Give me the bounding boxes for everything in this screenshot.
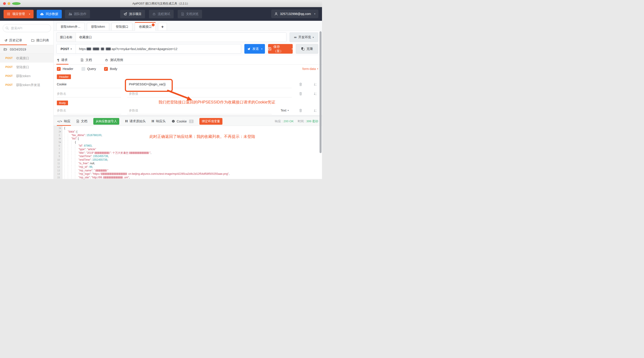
flow-test-button[interactable]: 流程测试 [149, 10, 174, 18]
tab-raw-request-headers[interactable]: H 请求原始头 [125, 117, 146, 126]
list-icon [7, 12, 10, 16]
import-from-response-button[interactable]: 从响应数据导入 [93, 118, 120, 125]
method-badge: POST [5, 74, 16, 78]
header-h-icon: H [152, 119, 154, 123]
fold-arrow-icon[interactable]: ▾ [60, 137, 62, 141]
fold-arrow-icon[interactable]: ▾ [60, 141, 62, 144]
tab-request[interactable]: ¶ 请求 [57, 56, 68, 64]
doc-tab-login-api[interactable]: 登陆接口 [112, 23, 132, 30]
tab-response-doc[interactable]: 文档 [76, 117, 88, 126]
tab-response[interactable]: </> 响应 [57, 117, 70, 126]
zoom-window-button[interactable] [12, 2, 20, 5]
row-actions: 19 [298, 109, 318, 112]
param-value-input[interactable] [127, 107, 272, 114]
vertical-scrollbar-thumb[interactable] [320, 31, 322, 153]
param-name-input[interactable] [57, 80, 121, 88]
body-format-dropdown[interactable]: form-data [302, 67, 318, 71]
toggle-query[interactable]: Query [82, 67, 96, 71]
save-button[interactable]: 保存（至） [268, 44, 293, 54]
team-collab-button[interactable]: 团队协作 [65, 10, 90, 18]
user-icon [274, 12, 278, 16]
sidebar-item-get-token[interactable]: POST 获取token [0, 71, 54, 80]
close-window-button[interactable] [3, 2, 6, 5]
trash-icon[interactable] [299, 92, 302, 95]
sidebar-item-login-api[interactable]: POST 登陆接口 [0, 63, 54, 71]
doc-tab-get-token-send[interactable]: 获取token并... [56, 23, 84, 30]
param-type-dropdown[interactable]: Text [278, 109, 292, 112]
doc-tab-favorite-api[interactable]: 收藏接口 [135, 22, 156, 31]
sort-order-icon[interactable]: 19 [314, 109, 317, 112]
code-line: 4▾"list": [ [54, 137, 322, 141]
document-icon [181, 12, 184, 16]
demo-project-button[interactable]: 演示项目 [120, 10, 145, 18]
redacted-block [101, 48, 104, 50]
tab-doc[interactable]: 文档 [80, 56, 92, 64]
save-icon [268, 47, 272, 50]
open-folder-icon [4, 48, 7, 51]
tab-cookie-label: Cookie [177, 120, 187, 123]
sidebar-item-label: 获取token [16, 74, 30, 78]
sort-order-icon[interactable]: 19 [314, 92, 317, 95]
redacted-block [95, 152, 110, 154]
redacted-block [96, 170, 107, 172]
minimize-window-button[interactable] [8, 2, 10, 5]
param-value-input[interactable] [127, 90, 292, 97]
unsaved-dot [152, 23, 154, 26]
url-input[interactable]: httpsapi?c=my&a=favList&fav_dtime=&pages… [76, 47, 180, 51]
main-panel: 获取token并... 获取token 登陆接口 收藏接口 + 接口名称 [54, 21, 322, 179]
toolbar-left-group: 项目管理 同步数据 团队协作 [4, 10, 90, 18]
sidebar-item-get-token-send[interactable]: POST 获取token并发送 [0, 80, 54, 89]
svg-text:9: 9 [316, 111, 316, 112]
code-line: 14 "mp_logo": "https:/ cn-beijing.aliyun… [54, 172, 322, 176]
document-icon [80, 58, 84, 62]
titlebar: ApiPOST 接口调试与文档生成工具（2.2.1） [0, 0, 322, 7]
environment-label: 开发环境 [298, 35, 311, 39]
method-dropdown[interactable]: POST [56, 44, 76, 53]
tab-testcase[interactable]: 测试用例 [105, 56, 123, 64]
search-input[interactable] [3, 24, 51, 32]
search-icon [5, 26, 9, 30]
toggle-header[interactable]: Header [57, 67, 74, 71]
fold-arrow-icon[interactable]: ▾ [60, 130, 62, 134]
code-line: 5▾{ [54, 141, 322, 144]
toggle-body[interactable]: Body [104, 67, 117, 71]
trash-icon[interactable] [299, 82, 302, 86]
plus-icon: + [161, 24, 164, 29]
param-value-input[interactable] [127, 80, 292, 88]
environment-dropdown[interactable]: ∞ 开发环境 [290, 32, 318, 42]
chevron-down-icon [312, 36, 314, 38]
project-manage-button[interactable]: 项目管理 [4, 10, 34, 18]
tab-response-headers[interactable]: H 响应头 [152, 117, 166, 126]
tab-request-label: 请求 [61, 58, 68, 62]
tab-cookie[interactable]: Cookie 1 [172, 117, 194, 126]
doc-tab-get-token[interactable]: 获取token [87, 23, 109, 30]
bind-env-variable-button[interactable]: 绑定环境变量 [200, 118, 222, 125]
doc-browse-button[interactable]: 文档浏览 [178, 10, 202, 18]
api-name-input[interactable] [76, 33, 286, 42]
user-account-menu[interactable]: 3257132998@qq.com [271, 9, 318, 18]
sidebar-tab-history[interactable]: ↺ 历史记录 [0, 36, 27, 45]
param-row-empty-header: 19 [54, 89, 322, 98]
sidebar-item-favorite-api[interactable]: POST 收藏接口 [0, 54, 54, 63]
code-line: 12 "mp_id": 99, [54, 165, 322, 169]
param-name-input[interactable] [57, 90, 121, 97]
add-tab-button[interactable]: + [158, 23, 167, 30]
sort-order-icon[interactable]: 19 [314, 82, 317, 86]
traffic-lights [3, 2, 20, 5]
clone-button[interactable]: 克隆 [296, 44, 318, 54]
trash-icon[interactable] [299, 109, 302, 112]
fold-arrow-icon[interactable]: ▾ [60, 127, 62, 130]
param-name-input[interactable] [57, 107, 121, 114]
doc-tab-label: 登陆接口 [116, 25, 128, 29]
sync-data-button[interactable]: 同步数据 [37, 10, 62, 18]
sidebar-tab-api-list[interactable]: 接口列表 [27, 36, 54, 45]
param-row-cookie: 19 [54, 80, 322, 89]
user-email: 3257132998@qq.com [280, 12, 311, 16]
sidebar-item-label: 收藏接口 [16, 56, 29, 60]
cookie-icon [172, 120, 175, 123]
document-icon [76, 120, 79, 123]
response-code[interactable]: 1▾{2▾"data": {3 "fav_dtime": 1516788100,… [54, 126, 322, 179]
status-label: 响应 : [275, 120, 282, 123]
send-button[interactable]: 发送 [244, 44, 265, 54]
history-date-group[interactable]: 03/24/2019 [0, 45, 54, 54]
